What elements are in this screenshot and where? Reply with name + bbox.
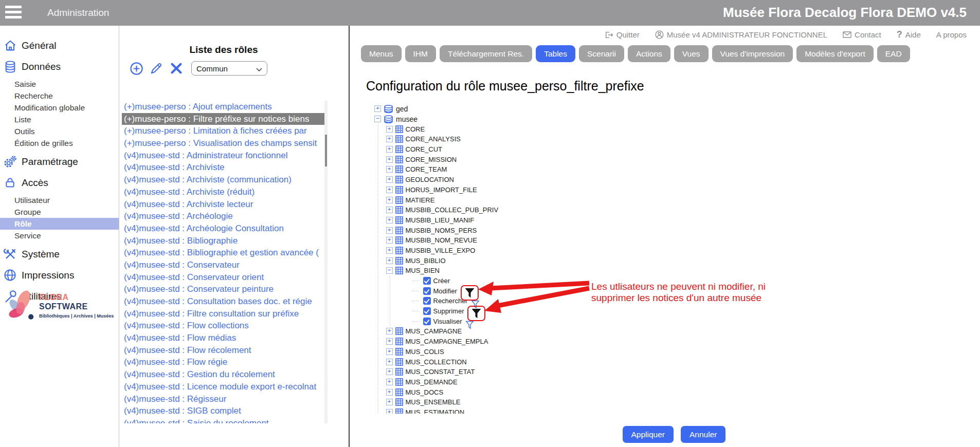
tree-node-label[interactable]: CORE xyxy=(406,125,425,133)
expand-toggle-icon[interactable]: + xyxy=(386,389,393,396)
role-list-item[interactable]: (+)musee-perso : Filtre préfixe sur noti… xyxy=(122,113,328,125)
tree-node-label[interactable]: MUS_DEMANDE xyxy=(406,378,458,386)
role-list-item[interactable]: (v4)musee-std : Régisseur xyxy=(122,393,328,405)
filter-funnel-icon[interactable] xyxy=(464,287,476,300)
tab-tables[interactable]: Tables xyxy=(536,45,575,62)
delete-role-button[interactable] xyxy=(169,61,184,76)
expand-toggle-icon[interactable]: + xyxy=(386,166,393,173)
role-list-item[interactable]: (+)musee-perso : Visualisation des champ… xyxy=(122,137,328,150)
tree-node-label[interactable]: MUS_CONSTAT_ETAT xyxy=(406,368,475,376)
expand-toggle-icon[interactable]: + xyxy=(386,146,393,153)
checkbox-rechercher[interactable] xyxy=(423,297,431,305)
role-list-item[interactable]: (v4)musee-std : Saisie du recolement xyxy=(122,417,328,423)
role-list-item[interactable]: (v4)musee-std : Archiviste lecteur xyxy=(122,198,328,211)
expand-toggle-icon[interactable]: + xyxy=(386,359,393,365)
sidebar-item-r-le[interactable]: Rôle xyxy=(0,218,119,230)
role-list-item[interactable]: (v4)musee-std : SIGB complet xyxy=(122,405,328,417)
apply-button[interactable]: Appliquer xyxy=(623,426,674,443)
sidebar-item-outils[interactable]: Outils xyxy=(0,125,119,137)
role-list-item[interactable]: (v4)musee-std : Gestion du récolement xyxy=(122,368,328,381)
role-list-item[interactable]: (v4)musee-std : Bibliographie xyxy=(122,235,328,247)
tree-node-label[interactable]: MUS_COLLECTION xyxy=(406,358,467,366)
sidebar-item-groupe[interactable]: Groupe xyxy=(0,206,119,218)
add-role-button[interactable] xyxy=(129,61,143,76)
sidebar-section-g-n-ral[interactable]: Général xyxy=(0,35,119,56)
header-link-contact[interactable]: Contact xyxy=(843,30,881,39)
role-list-item[interactable]: (v4)musee-std : Filtre consultation sur … xyxy=(122,308,328,320)
expand-toggle-icon[interactable]: + xyxy=(386,379,393,385)
expand-toggle-icon[interactable]: + xyxy=(386,207,393,213)
tab-menus[interactable]: Menus xyxy=(361,45,402,62)
expand-toggle-icon[interactable]: + xyxy=(374,105,381,112)
role-list-item[interactable]: (v4)musee-std : Flow médias xyxy=(122,332,328,344)
roles-scrollbar-thumb[interactable] xyxy=(325,135,327,166)
tree-node-label[interactable]: MUS_CAMPAGNE_EMPLA xyxy=(406,338,488,345)
tree-node-label[interactable]: MUS_ESTIMATION xyxy=(406,408,465,414)
checkbox-cr-er[interactable] xyxy=(423,277,431,285)
tree-node-label[interactable]: musee xyxy=(396,115,418,123)
role-list-item[interactable]: (+)musee-perso : Ajout emplacements xyxy=(122,101,328,113)
tree-node-label[interactable]: MUS_CAMPAGNE xyxy=(406,327,462,335)
tab-vues[interactable]: Vues xyxy=(674,45,709,62)
expand-toggle-icon[interactable]: + xyxy=(386,227,393,234)
tree-node-label[interactable]: MUSBIB_NOMS_PERS xyxy=(406,227,477,234)
expand-toggle-icon[interactable]: + xyxy=(386,328,393,334)
sidebar-section-impressions[interactable]: Impressions xyxy=(0,265,119,286)
tab-t-l-chargement-res[interactable]: Téléchargement Res. xyxy=(440,45,532,62)
role-list-item[interactable]: (v4)musee-std : Archéologie xyxy=(122,210,328,222)
sidebar-item-modification-globale[interactable]: Modification globale xyxy=(0,102,119,114)
collapse-toggle-icon[interactable]: − xyxy=(386,267,393,274)
tree-node-label[interactable]: HORUS_IMPORT_FILE xyxy=(406,186,477,194)
role-list-item[interactable]: (v4)musee-std : Conservateur orient xyxy=(122,271,328,284)
hamburger-menu-icon[interactable] xyxy=(5,6,22,20)
role-list-item[interactable]: (v4)musee-std : Licence module export e-… xyxy=(122,381,328,393)
role-list-item[interactable]: (v4)musee-std : Archiviste xyxy=(122,161,328,174)
expand-toggle-icon[interactable]: + xyxy=(386,409,393,414)
tab-actions[interactable]: Actions xyxy=(628,45,670,62)
expand-toggle-icon[interactable]: + xyxy=(386,247,393,254)
expand-toggle-icon[interactable]: + xyxy=(386,399,393,405)
expand-toggle-icon[interactable]: + xyxy=(386,338,393,345)
tree-node-label[interactable]: MUS_BIBLIO xyxy=(406,257,446,265)
checkbox-supprimer[interactable] xyxy=(423,307,431,315)
checkbox-modifier[interactable] xyxy=(423,287,431,295)
role-list-item[interactable]: (v4)musee-std : Flow récolement xyxy=(122,344,328,357)
role-list-item[interactable]: (+)musee-perso : Limitation à fiches cré… xyxy=(122,125,328,137)
roles-scrollbar[interactable] xyxy=(324,101,328,423)
cancel-button[interactable]: Annuler xyxy=(681,426,725,443)
filter-funnel-outline-icon[interactable] xyxy=(465,320,474,330)
header-link-mus-e[interactable]: Musée v4 ADMINISTRATEUR FONCTIONNEL xyxy=(655,30,827,39)
header-link-a[interactable]: A propos xyxy=(936,30,967,39)
tree-node-label[interactable]: CORE_CUT xyxy=(406,145,443,153)
expand-toggle-icon[interactable]: + xyxy=(386,197,393,203)
tree-node-label[interactable]: MUS_COLIS xyxy=(406,348,444,356)
sidebar-item-utilisateur[interactable]: Utilisateur xyxy=(0,194,119,206)
expand-toggle-icon[interactable]: + xyxy=(386,156,393,163)
tree-node-label[interactable]: CORE_MISSION xyxy=(406,156,457,163)
role-filter-dropdown[interactable]: Commun xyxy=(191,61,267,76)
expand-toggle-icon[interactable]: + xyxy=(386,237,393,244)
role-list-item[interactable]: (v4)musee-std : Flow régie xyxy=(122,356,328,368)
sidebar-section-acc-s[interactable]: Accès xyxy=(0,172,119,193)
expand-toggle-icon[interactable]: + xyxy=(386,136,393,142)
tree-node-label[interactable]: ged xyxy=(396,105,408,113)
role-list-item[interactable]: (v4)musee-std : Bibliographie et gestion… xyxy=(122,247,328,259)
checkbox-visualiser[interactable] xyxy=(423,318,431,325)
expand-toggle-icon[interactable]: + xyxy=(386,187,393,193)
role-list-item[interactable]: (v4)musee-std : Archiviste (communicatio… xyxy=(122,174,328,186)
expand-toggle-icon[interactable]: + xyxy=(386,217,393,224)
sidebar-item-dition-de-grilles[interactable]: Édition de grilles xyxy=(0,137,119,149)
edit-role-button[interactable] xyxy=(149,61,164,76)
tab-mod-les-d-export[interactable]: Modèles d'export xyxy=(796,45,874,62)
tree-node-label[interactable]: MUSBIB_VILLE_EXPO xyxy=(406,247,476,254)
filter-funnel-icon[interactable] xyxy=(470,307,482,320)
expand-toggle-icon[interactable]: + xyxy=(386,368,393,375)
tree-node-label[interactable]: CORE_ANALYSIS xyxy=(406,135,461,143)
expand-toggle-icon[interactable]: + xyxy=(386,348,393,355)
sidebar-item-recherche[interactable]: Recherche xyxy=(0,90,119,102)
expand-toggle-icon[interactable]: + xyxy=(386,126,393,133)
tab-scenarii[interactable]: Scenarii xyxy=(579,45,624,62)
role-list-item[interactable]: (v4)musee-std : Archéologie Consultation xyxy=(122,222,328,235)
sidebar-item-liste[interactable]: Liste xyxy=(0,114,119,125)
expand-toggle-icon[interactable]: + xyxy=(386,176,393,183)
